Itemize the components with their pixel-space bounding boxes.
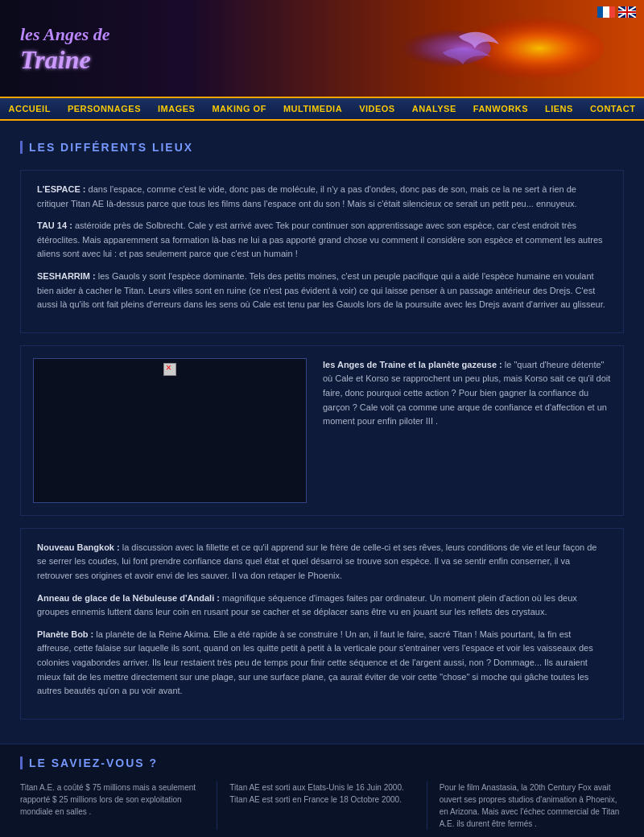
media-description: les Anges de Traine et la planète gazeus… [323,358,611,429]
nav-personnages[interactable]: PERSONNAGES [63,104,146,113]
sesharrim-label: SESHARRIM : [37,271,96,281]
espace-text: dans l'espace, comme c'est le vide, donc… [37,184,577,208]
header-decoration [362,12,523,85]
saviez-item-2: Titan AE est sorti aux Etats-Unis le 16 … [229,781,427,830]
media-text-content: le "quart d'heure détente" où Cale et Ko… [323,360,610,426]
french-flag[interactable] [597,6,615,18]
nouveau-bangkok-text: la discussion avec la fillette et ce qu'… [37,542,597,580]
language-selector[interactable] [597,6,636,18]
planete-bob-paragraph: Planète Bob : la planète de la Reine Aki… [37,628,607,699]
saviez-item-3: Pour le film Anastasia, la 20th Century … [440,781,624,830]
header: les Anges de Traine [0,0,644,97]
saviez-vous-grid: Titan A.E. a coûté $ 75 millions mais a … [20,781,624,830]
media-section: les Anges de Traine et la planète gazeus… [20,345,624,516]
sesharrim-text: les Gauols y sont l'espèce dominante. Te… [37,271,605,309]
svg-text:Traine: Traine [20,45,91,74]
main-content: LES DIFFÉRENTS LIEUX L'ESPACE : dans l'e… [0,121,644,744]
sesharrim-paragraph: SESHARRIM : les Gauols y sont l'espèce d… [37,270,607,312]
anneau-glace-label: Anneau de glace de la Nébuleuse d'Andali… [37,593,220,603]
nav-images[interactable]: IMAGES [153,104,200,113]
nav-making-of[interactable]: MAKING OF [207,104,270,113]
main-navigation: ACCUEIL PERSONNAGES IMAGES MAKING OF MUL… [0,97,644,121]
media-image [33,358,307,503]
saviez-vous-title: LE SAVIEZ-VOUS ? [20,757,624,769]
svg-text:les Anges de: les Anges de [20,24,110,44]
content-espace: L'ESPACE : dans l'espace, comme c'est le… [20,170,624,333]
tau14-label: TAU 14 : [37,221,72,230]
tau14-paragraph: TAU 14 : astéroide près de Solbrecht. Ca… [37,219,607,262]
tau14-text: astéroide près de Solbrecht. Cale y est … [37,221,603,258]
nav-accueil[interactable]: ACCUEIL [4,104,56,113]
content-block2: Nouveau Bangkok : la discussion avec la … [20,528,624,719]
nav-videos[interactable]: VIDEOS [354,104,400,113]
svg-rect-10 [618,11,636,13]
espace-label: L'ESPACE : [37,184,85,194]
nav-liens[interactable]: LIENS [540,104,578,113]
nav-analyse[interactable]: ANALYSE [407,104,461,113]
site-logo[interactable]: les Anges de Traine [16,8,145,85]
planete-bob-text: la planète de la Reine Akima. Elle a été… [37,629,593,695]
nav-fanworks[interactable]: FANWORKS [469,104,533,113]
nouveau-bangkok-label: Nouveau Bangkok : [37,542,120,552]
nav-contact[interactable]: CONTACT [585,104,640,113]
planete-bob-label: Planète Bob : [37,629,93,639]
nouveau-bangkok-paragraph: Nouveau Bangkok : la discussion avec la … [37,541,607,583]
anneau-glace-paragraph: Anneau de glace de la Nébuleuse d'Andali… [37,592,607,620]
english-flag[interactable] [618,6,636,18]
espace-paragraph: L'ESPACE : dans l'espace, comme c'est le… [37,183,607,211]
saviez-item-1: Titan A.E. a coûté $ 75 millions mais a … [20,781,217,830]
page-title: LES DIFFÉRENTS LIEUX [20,141,624,154]
saviez-vous-section: LE SAVIEZ-VOUS ? Titan A.E. a coûté $ 75… [0,744,644,837]
nav-multimedia[interactable]: MULTIMEDIA [279,104,347,113]
media-title: les Anges de Traine et la planète gazeus… [323,360,502,369]
broken-image-icon [163,363,176,376]
